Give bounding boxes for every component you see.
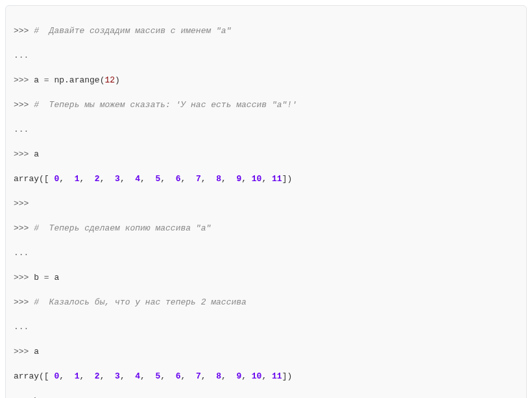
prompt-marker: >>> [14, 297, 34, 307]
out-num: 7 [196, 174, 201, 184]
code-line: ... [14, 247, 518, 259]
prompt-marker: >>> [14, 149, 34, 159]
out-num: 1 [75, 174, 80, 184]
equals-op: = [44, 75, 54, 85]
code-line: >>> a [14, 148, 518, 160]
code-line: >>> a [14, 345, 518, 358]
out-num: 4 [135, 174, 140, 184]
prompt-marker: >>> [14, 223, 34, 233]
comment-text: # Давайте создадим массив с именем "a" [34, 26, 231, 36]
out-num: 3 [115, 371, 120, 381]
prompt-marker: >>> [14, 75, 34, 85]
code-line: ... [14, 123, 518, 136]
out-num: 0 [54, 371, 59, 381]
prompt-marker: >>> [14, 273, 34, 282]
out-num: 4 [135, 371, 140, 381]
out-num: 11 [272, 174, 282, 184]
continuation-marker: ... [14, 51, 29, 60]
out-num: 5 [156, 174, 161, 184]
code-line: >>> a = np.arange(12) [14, 74, 518, 86]
number-literal: 12 [104, 75, 115, 85]
bracket-open: ([ [39, 371, 54, 381]
out-num: 8 [216, 371, 221, 381]
out-num: 6 [176, 174, 181, 184]
out-num: 0 [54, 174, 59, 184]
out-num: 9 [236, 371, 241, 381]
output-line: array([ 0, 1, 2, 3, 4, 5, 6, 7, 8, 9, 10… [14, 370, 518, 382]
var-a: a [54, 273, 59, 282]
code-line: >>> [14, 197, 518, 210]
bracket-close: ]) [282, 371, 293, 381]
prompt-marker: >>> [14, 347, 34, 356]
output-line: array([ 0, 1, 2, 3, 4, 5, 6, 7, 8, 9, 10… [14, 173, 518, 185]
var-a: a [34, 149, 39, 159]
code-line: >>> # Теперь сделаем копию массива "a" [14, 222, 518, 234]
out-num: 3 [115, 174, 120, 184]
var-a: a [34, 347, 39, 356]
array-word: array [14, 174, 39, 184]
out-num: 8 [216, 174, 221, 184]
code-line: >>> b = a [14, 271, 518, 284]
code-line: ... [14, 321, 518, 333]
var-a: a [34, 75, 44, 85]
array-word: array [14, 371, 39, 381]
out-num: 2 [95, 174, 100, 184]
bracket-open: ([ [39, 174, 54, 184]
out-num: 10 [252, 371, 262, 381]
code-line: >>> b [14, 395, 518, 398]
np-arange-call: np.arange( [54, 75, 104, 85]
var-b: b [34, 273, 44, 282]
continuation-marker: ... [14, 322, 29, 332]
out-num: 1 [75, 371, 80, 381]
out-num: 10 [252, 174, 262, 184]
bracket-close: ]) [282, 174, 293, 184]
comment-text: # Казалось бы, что у нас теперь 2 массив… [34, 297, 247, 307]
code-line: ... [14, 49, 518, 62]
out-num: 9 [236, 174, 241, 184]
out-num: 11 [272, 371, 282, 381]
equals-op: = [44, 273, 54, 282]
out-num: 6 [176, 371, 181, 381]
code-line: >>> # Теперь мы можем сказать: 'У нас ес… [14, 99, 518, 111]
continuation-marker: ... [14, 125, 29, 134]
python-repl-code-block: >>> # Давайте создадим массив с именем "… [5, 5, 527, 398]
comment-text: # Теперь мы можем сказать: 'У нас есть м… [34, 100, 297, 110]
comment-text: # Теперь сделаем копию массива "a" [34, 223, 211, 233]
continuation-marker: ... [14, 248, 29, 258]
prompt-marker: >>> [14, 26, 34, 36]
out-num: 5 [156, 371, 161, 381]
out-num: 2 [95, 371, 100, 381]
out-num: 7 [196, 371, 201, 381]
paren-close: ) [115, 75, 120, 85]
code-line: >>> # Давайте создадим массив с именем "… [14, 25, 518, 37]
prompt-marker: >>> [14, 199, 34, 208]
code-line: >>> # Казалось бы, что у нас теперь 2 ма… [14, 296, 518, 308]
prompt-marker: >>> [14, 100, 34, 110]
